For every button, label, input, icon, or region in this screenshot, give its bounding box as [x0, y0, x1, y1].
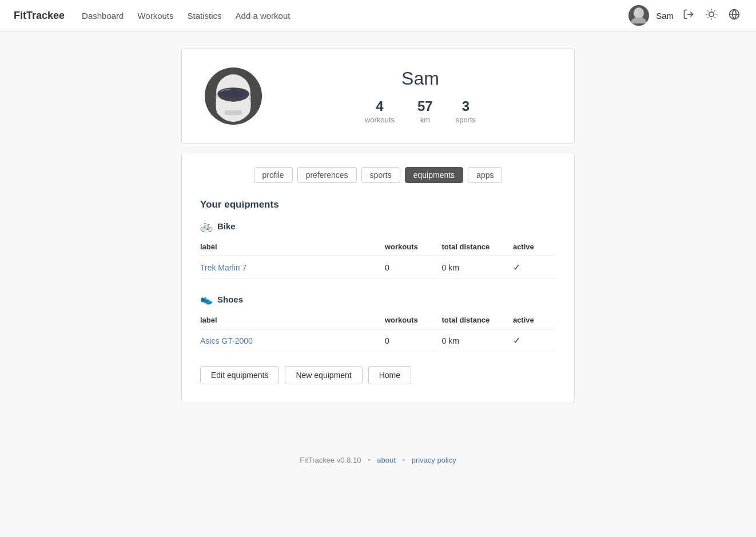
stat-workouts: 4 workouts: [365, 98, 395, 124]
svg-line-11: [708, 17, 709, 18]
check-icon: ✓: [513, 336, 520, 345]
page-content: Sam 4 workouts 57 km 3 sports profile: [172, 49, 584, 403]
footer: FitTrackee v0.8.10 • about • privacy pol…: [0, 437, 756, 476]
profile-avatar[interactable]: [205, 67, 262, 125]
svg-line-12: [714, 10, 715, 11]
nav-username: Sam: [656, 11, 674, 21]
profile-info: Sam 4 workouts 57 km 3 sports: [289, 68, 551, 124]
stat-workouts-label: workouts: [365, 116, 395, 124]
shoes-col-distance: total distance: [435, 311, 506, 329]
profile-name: Sam: [289, 68, 551, 89]
bike-table: label workouts total distance active Tre…: [200, 238, 556, 279]
action-buttons: Edit equipments New equipment Home: [200, 366, 556, 384]
shoes-col-label: label: [200, 311, 378, 329]
svg-line-8: [714, 17, 715, 18]
stat-sports-label: sports: [456, 116, 476, 124]
bike-col-active: active: [506, 238, 556, 256]
svg-line-7: [708, 10, 709, 11]
bike-item-link[interactable]: Trek Marlin 7: [200, 263, 246, 272]
home-button[interactable]: Home: [368, 366, 411, 384]
profile-card: Sam 4 workouts 57 km 3 sports: [181, 49, 575, 144]
avatar[interactable]: [628, 5, 649, 26]
footer-about-link[interactable]: about: [377, 456, 396, 464]
check-icon: ✓: [513, 262, 520, 272]
tab-profile[interactable]: profile: [254, 167, 293, 183]
shoes-item-active: ✓: [506, 329, 556, 352]
category-shoes: 👟 Shoes label workouts total distance ac…: [200, 293, 556, 352]
shoes-icon: 👟: [200, 293, 213, 305]
tabs-card: profile preferences sports equipments ap…: [181, 153, 575, 403]
stat-sports: 3 sports: [456, 98, 476, 124]
bike-item-active: ✓: [506, 256, 556, 279]
svg-rect-17: [225, 110, 242, 115]
table-row: Trek Marlin 7 0 0 km ✓: [200, 256, 556, 279]
nav-statistics[interactable]: Statistics: [188, 11, 222, 21]
bike-item-label: Trek Marlin 7: [200, 256, 378, 279]
tabs-row: profile preferences sports equipments ap…: [200, 167, 556, 183]
bike-icon: 🚲: [200, 220, 213, 232]
shoes-col-active: active: [506, 311, 556, 329]
stat-km-value: 57: [417, 98, 433, 114]
shoes-col-workouts: workouts: [378, 311, 435, 329]
svg-point-4: [709, 11, 714, 16]
edit-equipments-button[interactable]: Edit equipments: [200, 366, 279, 384]
stats-row: 4 workouts 57 km 3 sports: [289, 98, 551, 124]
tab-sports[interactable]: sports: [361, 167, 400, 183]
section-title: Your equipments: [200, 199, 556, 210]
bike-col-label: label: [200, 238, 378, 256]
nav-add-workout[interactable]: Add a workout: [236, 11, 291, 21]
bike-col-distance: total distance: [435, 238, 506, 256]
nav-dashboard[interactable]: Dashboard: [82, 11, 124, 21]
bike-item-workouts: 0: [378, 256, 435, 279]
table-row: Asics GT-2000 0 0 km ✓: [200, 329, 556, 352]
footer-dot-2: •: [402, 456, 405, 464]
bike-item-distance: 0 km: [435, 256, 506, 279]
nav-workouts[interactable]: Workouts: [137, 11, 173, 21]
footer-privacy-link[interactable]: privacy policy: [412, 456, 456, 464]
svg-point-2: [635, 9, 638, 15]
category-bike-header: 🚲 Bike: [200, 220, 556, 232]
language-button[interactable]: [726, 6, 742, 25]
shoes-table: label workouts total distance active Asi…: [200, 311, 556, 352]
stat-km-label: km: [420, 116, 430, 124]
brand-link[interactable]: FitTrackee: [14, 10, 65, 22]
stat-km: 57 km: [417, 98, 433, 124]
theme-toggle-button[interactable]: [703, 6, 719, 25]
stat-workouts-value: 4: [376, 98, 383, 114]
logout-button[interactable]: [681, 6, 697, 25]
tab-apps[interactable]: apps: [468, 167, 502, 183]
tab-equipments[interactable]: equipments: [405, 167, 463, 183]
category-shoes-header: 👟 Shoes: [200, 293, 556, 305]
nav-right: Sam: [628, 5, 742, 26]
bike-col-workouts: workouts: [378, 238, 435, 256]
navbar: FitTrackee Dashboard Workouts Statistics…: [0, 0, 756, 31]
shoes-item-label: Asics GT-2000: [200, 329, 378, 352]
stat-sports-value: 3: [462, 98, 469, 114]
shoes-item-distance: 0 km: [435, 329, 506, 352]
category-bike: 🚲 Bike label workouts total distance act…: [200, 220, 556, 279]
nav-links: Dashboard Workouts Statistics Add a work…: [82, 11, 628, 21]
footer-version: v0.8.10: [337, 456, 361, 464]
tab-preferences[interactable]: preferences: [297, 167, 357, 183]
shoes-item-link[interactable]: Asics GT-2000: [200, 336, 253, 345]
new-equipment-button[interactable]: New equipment: [285, 366, 362, 384]
footer-brand: FitTrackee: [300, 456, 335, 464]
category-shoes-name: Shoes: [217, 295, 243, 304]
footer-dot-1: •: [368, 456, 371, 464]
shoes-item-workouts: 0: [378, 329, 435, 352]
category-bike-name: Bike: [217, 221, 236, 231]
